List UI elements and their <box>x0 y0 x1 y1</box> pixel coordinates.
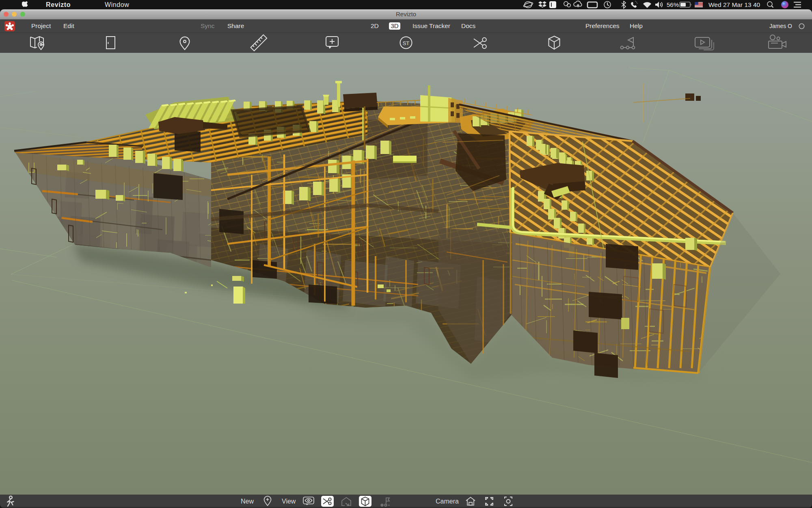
svg-text:Wed 27 Mar 13 40: Wed 27 Mar 13 40 <box>708 1 760 8</box>
svg-text:56%: 56% <box>667 1 679 8</box>
svg-text:ST: ST <box>403 40 410 46</box>
svg-text:View: View <box>282 498 296 505</box>
svg-text:Camera: Camera <box>436 498 459 505</box>
svg-text:New: New <box>241 498 254 505</box>
